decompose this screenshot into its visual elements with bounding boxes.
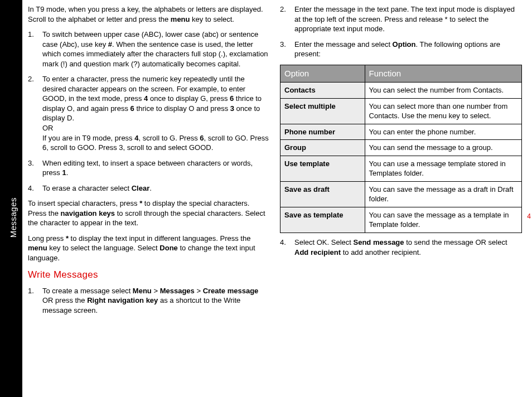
section-heading-write-messages: Write Messages	[28, 269, 270, 282]
option-function-cell: You can send the message to a group.	[365, 140, 521, 156]
right-column: 2.Enter the message in the text pane. Th…	[280, 4, 522, 393]
option-name-cell: Save as template	[280, 207, 365, 233]
language-paragraph: Long press * to display the text input i…	[28, 234, 270, 263]
option-function-cell: You can use a message template stored in…	[365, 156, 521, 181]
options-table: Option Function ContactsYou can select t…	[280, 65, 522, 233]
list-item: 2.Enter the message in the text pane. Th…	[280, 4, 522, 34]
page-number: 4	[527, 212, 531, 221]
option-function-cell: You can save the message as a template i…	[365, 207, 521, 233]
table-row: Phone numberYou can enter the phone numb…	[280, 124, 522, 140]
text-input-steps: 1.To switch between upper case (ABC), lo…	[28, 30, 270, 193]
left-column: In T9 mode, when you press a key, the al…	[28, 4, 270, 393]
option-function-cell: You can select the number from Contacts.	[365, 82, 521, 98]
option-function-cell: You can enter the phone number.	[365, 124, 521, 140]
section-name: Messages	[8, 197, 19, 238]
option-function-cell: You can select more than one number from…	[365, 98, 521, 124]
option-name-cell: Use template	[280, 156, 365, 181]
step-number: 2.	[280, 4, 294, 34]
content-area: In T9 mode, when you press a key, the al…	[22, 0, 532, 397]
list-item: 4.To erase a character select Clear.	[28, 183, 270, 193]
manual-page: Messages In T9 mode, when you press a ke…	[0, 0, 532, 397]
list-item: 3.Enter the message and select Option. T…	[280, 40, 522, 59]
list-item: 1.To switch between upper case (ABC), lo…	[28, 30, 270, 69]
step-number: 4.	[28, 183, 42, 193]
option-function-cell: You can save the message as a draft in D…	[365, 181, 521, 207]
step-number: 1.	[28, 30, 42, 69]
list-item: 1.To create a message select Menu > Mess…	[28, 286, 270, 316]
write-messages-steps-right: 2.Enter the message in the text pane. Th…	[280, 4, 522, 59]
table-row: ContactsYou can select the number from C…	[280, 82, 522, 98]
option-name-cell: Select multiple	[280, 98, 365, 124]
step-number: 1.	[28, 286, 42, 316]
option-name-cell: Group	[280, 140, 365, 156]
option-name-cell: Phone number	[280, 124, 365, 140]
th-function: Function	[365, 65, 521, 82]
table-row: Use templateYou can use a message templa…	[280, 156, 522, 181]
write-messages-steps-right-cont: 4.Select OK. Select Send message to send…	[280, 238, 522, 257]
list-item: 3.When editing text, to insert a space b…	[28, 158, 270, 178]
list-item: 2.To enter a character, press the numeri…	[28, 74, 270, 152]
table-row: Save as templateYou can save the message…	[280, 207, 522, 233]
write-messages-steps-left: 1.To create a message select Menu > Mess…	[28, 286, 270, 316]
special-chars-paragraph: To insert special characters, press * to…	[28, 198, 270, 228]
intro-paragraph: In T9 mode, when you press a key, the al…	[28, 4, 270, 24]
table-header-row: Option Function	[280, 65, 522, 82]
step-number: 4.	[280, 238, 294, 257]
table-row: Save as draftYou can save the message as…	[280, 181, 522, 207]
step-number: 3.	[280, 40, 294, 59]
th-option: Option	[280, 65, 365, 82]
table-row: Select multipleYou can select more than …	[280, 98, 522, 124]
option-name-cell: Save as draft	[280, 181, 365, 207]
step-number: 2.	[28, 74, 42, 152]
list-item: 4.Select OK. Select Send message to send…	[280, 238, 522, 257]
option-name-cell: Contacts	[280, 82, 365, 98]
table-row: GroupYou can send the message to a group…	[280, 140, 522, 156]
step-number: 3.	[28, 158, 42, 178]
sidebar: Messages	[0, 0, 22, 397]
